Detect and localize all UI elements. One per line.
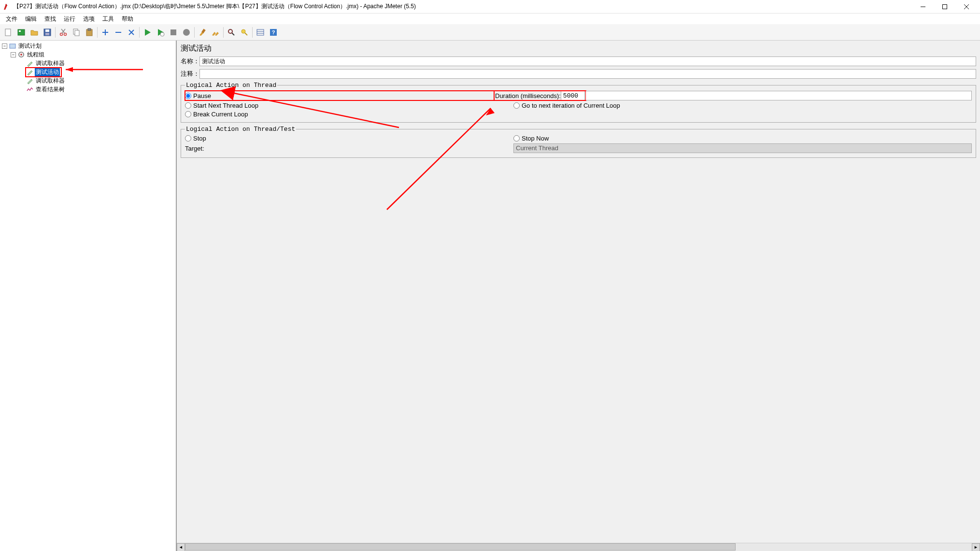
fs2-legend: Logical Action on Thread/Test: [185, 126, 296, 133]
menu-options[interactable]: 选项: [79, 14, 99, 24]
duration-input-ext[interactable]: [586, 91, 972, 100]
stop-icon[interactable]: [167, 26, 180, 39]
target-label: Target:: [185, 145, 513, 152]
tree-panel[interactable]: − 测试计划 − 线程组 调试取样器 测试活动 调试取样器 查看结果树: [0, 41, 177, 551]
templates-icon[interactable]: [15, 26, 28, 39]
search-icon[interactable]: [225, 26, 238, 39]
paste-icon[interactable]: [83, 26, 96, 39]
name-input[interactable]: [199, 57, 976, 66]
thread-group-icon: [17, 51, 25, 58]
tree-results-tree[interactable]: 查看结果树: [0, 85, 176, 94]
clear-all-icon[interactable]: [209, 26, 222, 39]
main-panel: 测试活动 名称： 注释： Logical Action on Thread Pa…: [177, 41, 980, 551]
stop-radio[interactable]: [185, 135, 191, 141]
target-select[interactable]: Current Thread: [513, 143, 972, 153]
menu-bar: 文件 编辑 查找 运行 选项 工具 帮助: [0, 14, 980, 24]
close-button[interactable]: [955, 0, 977, 14]
collapse-toggle-icon[interactable]: −: [2, 43, 7, 49]
svg-rect-8: [45, 29, 49, 32]
goto-next-radio[interactable]: [513, 102, 520, 109]
comment-row: 注释：: [181, 69, 976, 79]
svg-rect-22: [170, 29, 176, 35]
panel-title: 测试活动: [181, 43, 976, 54]
stop-option[interactable]: Stop: [185, 135, 513, 142]
results-tree-icon: [26, 85, 34, 93]
svg-rect-17: [88, 28, 91, 30]
svg-rect-1: [942, 4, 947, 9]
function-helper-icon[interactable]: [254, 26, 267, 39]
scroll-thumb[interactable]: [185, 543, 736, 551]
stop-now-label: Stop Now: [522, 135, 549, 142]
logical-action-thread-test-fieldset: Logical Action on Thread/Test Stop Stop …: [181, 126, 976, 158]
break-loop-label: Break Current Loop: [193, 111, 248, 118]
tree-sampler-2[interactable]: 调试取样器: [0, 76, 176, 85]
menu-edit[interactable]: 编辑: [21, 14, 41, 24]
svg-rect-6: [19, 30, 21, 32]
tree-label-res[interactable]: 查看结果树: [35, 85, 66, 94]
break-loop-radio[interactable]: [185, 111, 191, 117]
tree-sampler-1[interactable]: 调试取样器: [0, 59, 176, 68]
break-loop-option[interactable]: Break Current Loop: [185, 111, 248, 118]
reset-search-icon[interactable]: [238, 26, 251, 39]
title-bar: 【P27】测试活动（Flow Control Action）.jmx (D:\D…: [0, 0, 980, 14]
pause-label: Pause: [193, 92, 211, 99]
fs1-legend: Logical Action on Thread: [185, 82, 277, 89]
stop-now-radio[interactable]: [513, 135, 520, 141]
tree-thread-group[interactable]: − 线程组: [0, 50, 176, 59]
svg-rect-4: [5, 29, 11, 36]
horizontal-scrollbar[interactable]: ◄ ►: [177, 543, 980, 551]
cut-icon[interactable]: [57, 26, 70, 39]
shutdown-icon[interactable]: [180, 26, 193, 39]
tree-root[interactable]: − 测试计划: [0, 42, 176, 50]
svg-line-12: [62, 29, 65, 33]
svg-rect-5: [18, 29, 25, 35]
scroll-track[interactable]: [185, 543, 972, 551]
scroll-right-icon[interactable]: ►: [972, 543, 980, 551]
comment-input[interactable]: [199, 69, 976, 79]
toggle-icon[interactable]: [125, 26, 138, 39]
tree-label-s2[interactable]: 调试取样器: [35, 77, 66, 85]
stop-now-option[interactable]: Stop Now: [513, 135, 549, 142]
pause-radio[interactable]: [185, 93, 191, 99]
stop-label: Stop: [193, 135, 206, 142]
expand-icon[interactable]: [99, 26, 112, 39]
save-icon[interactable]: [41, 26, 54, 39]
menu-help[interactable]: 帮助: [118, 14, 137, 24]
menu-tools[interactable]: 工具: [99, 14, 118, 24]
tree-label-root[interactable]: 测试计划: [17, 42, 43, 50]
svg-line-26: [232, 33, 234, 35]
start-next-option[interactable]: Start Next Thread Loop: [185, 102, 513, 109]
svg-text:?: ?: [272, 29, 275, 35]
start-next-radio[interactable]: [185, 102, 191, 109]
clear-icon[interactable]: [196, 26, 209, 39]
collapse-icon[interactable]: [112, 26, 125, 39]
goto-next-option[interactable]: Go to next iteration of Current Loop: [513, 102, 620, 109]
open-icon[interactable]: [28, 26, 41, 39]
tree-flow-control[interactable]: 测试活动: [0, 68, 176, 76]
duration-input[interactable]: [561, 91, 585, 100]
start-no-timers-icon[interactable]: [154, 26, 167, 39]
svg-point-28: [241, 29, 245, 33]
menu-file[interactable]: 文件: [2, 14, 21, 24]
minimize-button[interactable]: [912, 0, 934, 14]
collapse-toggle-icon[interactable]: −: [11, 52, 16, 57]
svg-point-37: [20, 54, 22, 56]
logical-action-thread-fieldset: Logical Action on Thread Pause Duration …: [181, 82, 976, 123]
start-icon[interactable]: [141, 26, 154, 39]
sampler-icon: [26, 68, 34, 76]
copy-icon[interactable]: [70, 26, 83, 39]
tree-label-tg[interactable]: 线程组: [26, 51, 45, 59]
comment-label: 注释：: [181, 70, 199, 78]
goto-next-label: Go to next iteration of Current Loop: [522, 102, 620, 109]
window-controls: [912, 0, 977, 14]
new-icon[interactable]: [2, 26, 14, 39]
tree-label-fc[interactable]: 测试活动: [35, 68, 60, 76]
maximize-button[interactable]: [934, 0, 955, 14]
menu-search[interactable]: 查找: [41, 14, 60, 24]
help-icon[interactable]: ?: [267, 26, 280, 39]
menu-run[interactable]: 运行: [60, 14, 79, 24]
svg-rect-15: [75, 30, 79, 36]
pause-option[interactable]: Pause: [185, 91, 494, 100]
tree-label-s1[interactable]: 调试取样器: [35, 59, 66, 68]
scroll-left-icon[interactable]: ◄: [177, 543, 185, 551]
